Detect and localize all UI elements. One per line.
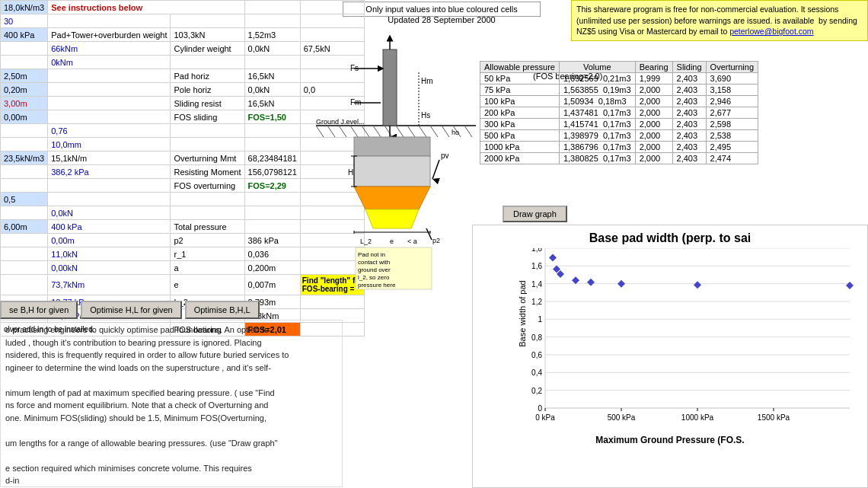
e-val: 0,007m <box>244 275 300 295</box>
svg-rect-15 <box>383 49 397 126</box>
svg-text:Fs: Fs <box>350 64 359 72</box>
table-row: 200 kPa 1,437481 0,17m3 2,000 2,403 2,67… <box>480 107 758 119</box>
load-400[interactable]: 400 kPa <box>1 28 48 42</box>
svg-line-4 <box>350 126 358 137</box>
updated-text: Updated 28 September 2000 <box>343 15 541 24</box>
cell-sliding: 2,403 <box>672 85 706 96</box>
draw-graph-button[interactable]: Draw graph <box>503 206 567 222</box>
svg-text:1,4: 1,4 <box>531 280 542 289</box>
svg-line-10 <box>419 126 426 137</box>
v0km: 0kNm <box>48 56 171 69</box>
foundation-diagram: Fs Fm Hm Hs Ground J.evel... ho H pv L <box>308 27 483 316</box>
fos-overturning-label: FOS overturning <box>171 179 244 193</box>
shareware-text: This shareware program is free for non-c… <box>576 5 857 36</box>
cyl-weight: Cylinder weight <box>171 42 244 56</box>
cell-overturning: 2,538 <box>706 130 758 142</box>
svg-marker-30 <box>365 209 419 228</box>
svg-text:p2: p2 <box>432 237 440 244</box>
cell-sliding: 2,403 <box>672 130 706 142</box>
svg-marker-85 <box>587 279 595 286</box>
svg-marker-86 <box>617 280 625 288</box>
cell-pressure: 500 kPa <box>480 130 560 142</box>
optimise-buttons-row: se B,H for given Optimise H,L for given … <box>0 301 260 319</box>
v0-76: 0,76 <box>48 124 171 138</box>
see-instructions: See instructions below <box>48 1 244 14</box>
val-16-5s: 16,5kN <box>244 97 300 110</box>
svg-text:500 kPa: 500 kPa <box>608 413 636 422</box>
svg-line-1 <box>316 126 324 137</box>
cell-bearing: 2,000 <box>635 85 672 96</box>
v30: 30 <box>1 14 48 28</box>
v23-5[interactable]: 23,5kN/m3 <box>1 152 48 165</box>
description-line: luded , though it's contribution to bear… <box>5 336 337 349</box>
v6-0m[interactable]: 6,00m <box>1 220 48 234</box>
cell-pressure: 50 kPa <box>480 73 560 85</box>
fos-1-50: FOS=1,50 <box>244 110 300 124</box>
svg-text:Ground J.evel...: Ground J.evel... <box>316 118 365 126</box>
svg-text:pv: pv <box>441 152 449 160</box>
fos-2-29: FOS=2,29 <box>244 179 300 193</box>
svg-text:ground over: ground over <box>358 266 391 273</box>
v0-00kn: 0,00kN <box>48 261 171 275</box>
r1-val: 0,036 <box>244 247 300 261</box>
soil-unit-weight[interactable]: 18,0kN/m3 <box>1 1 48 14</box>
svg-marker-88 <box>846 282 854 289</box>
description-line <box>5 374 337 387</box>
svg-text:Pad not in: Pad not in <box>358 251 385 258</box>
input-notice-text: Only input values into blue coloured cel… <box>365 5 517 14</box>
val-68: 68,23484181 <box>244 152 300 165</box>
cell-overturning: 2,946 <box>706 96 758 107</box>
v386-2: 386,2 kPa <box>48 165 171 179</box>
table-row: 1000 kPa 1,386796 0,17m3 2,000 2,403 2,4… <box>480 142 758 153</box>
description-line <box>5 449 337 462</box>
v0-5[interactable]: 0,5 <box>1 193 48 206</box>
col-bearing: Bearing <box>635 62 672 73</box>
svg-text:contact with: contact with <box>358 259 390 266</box>
cell-sliding: 2,403 <box>672 142 706 153</box>
svg-line-7 <box>385 126 392 137</box>
v3-0m[interactable]: 3,00m <box>1 97 48 110</box>
cell-bearing: 2,000 <box>635 107 672 119</box>
svg-rect-27 <box>354 137 430 156</box>
v0-2m[interactable]: 0,20m <box>1 83 48 97</box>
cell-volume: 1,386796 0,17m3 <box>559 142 635 153</box>
cell-pressure: 1000 kPa <box>480 142 560 153</box>
table-row: 100 kPa 1,50934 0,18m3 2,000 2,403 2,946 <box>480 96 758 107</box>
cell-overturning: 2,598 <box>706 119 758 130</box>
optimise-hl-button[interactable]: Optimise H,L for given <box>81 301 181 319</box>
description-area: o practising engineers to quickly optimi… <box>0 320 343 487</box>
svg-line-11 <box>430 126 438 137</box>
svg-line-8 <box>396 126 404 137</box>
val-156: 156,0798121 <box>244 165 300 179</box>
table-row: 2000 kPa 1,380825 0,17m3 2,000 2,403 2,4… <box>480 153 758 164</box>
svg-text:Hs: Hs <box>421 111 430 120</box>
cell-bearing: 2,000 <box>635 119 672 130</box>
cell-sliding: 2,403 <box>672 153 706 164</box>
v0-00m[interactable]: 0,00m <box>1 110 48 124</box>
results-table: Allowable pressure Volume Bearing Slidin… <box>480 61 761 164</box>
svg-text:1500 kPa: 1500 kPa <box>758 413 790 422</box>
svg-text:0,4: 0,4 <box>531 368 542 377</box>
shareware-email[interactable]: peterlowe@bigfoot.com <box>729 27 813 36</box>
description-line: ngineer to determine the wind loads on t… <box>5 362 337 375</box>
col-sliding: Sliding <box>672 62 706 73</box>
pad-horiz: Pad horiz <box>171 69 244 83</box>
v2-5m[interactable]: 2,50m <box>1 69 48 83</box>
svg-text:0,8: 0,8 <box>531 333 542 342</box>
v73-7: 73,7kNm <box>48 275 171 295</box>
val-0-0kn: 0,0kN <box>244 42 300 56</box>
svg-text:1,2: 1,2 <box>531 298 542 306</box>
cell-volume: 1,563855 0,19m3 <box>559 85 635 96</box>
cell-volume: 1,380825 0,17m3 <box>559 153 635 164</box>
total-pressure: Total pressure <box>171 220 244 234</box>
description-line: d-in <box>5 474 337 487</box>
cell-pressure: 75 kPa <box>480 85 560 96</box>
svg-text:H: H <box>348 168 353 177</box>
optimise-bhl-button[interactable]: Optimise B,H,L <box>185 301 260 319</box>
optimise-bh-button[interactable]: se B,H for given <box>0 301 78 319</box>
svg-text:L_2: L_2 <box>360 238 372 245</box>
cell-volume: 1,437481 0,17m3 <box>559 107 635 119</box>
svg-text:0 kPa: 0 kPa <box>535 413 555 422</box>
val-0-0kn2: 0,0kN <box>244 83 300 97</box>
graph-x-label: Maximum Ground Pressure (FO.S. <box>473 435 867 445</box>
